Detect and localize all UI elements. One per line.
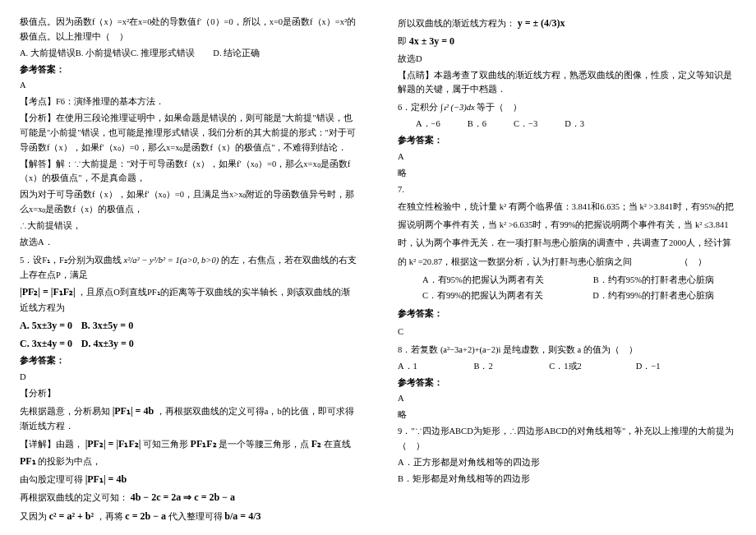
q6-options: A．−6 B．6 C．−3 D．3 bbox=[398, 117, 736, 131]
q8-options: A．1 B．2 C．1或2 D．−1 bbox=[398, 359, 736, 374]
q5-opt-d: D. 4x±3y = 0 bbox=[81, 338, 134, 349]
q4-solve-3: ∴大前提错误， bbox=[20, 219, 358, 233]
q5-opt-a: A. 5x±3y = 0 bbox=[20, 320, 72, 331]
q5-l3a: 由勾股定理可得 bbox=[20, 475, 83, 484]
q5-det-2: 是一个等腰三角形，点 bbox=[219, 440, 309, 449]
answer-label: 参考答案： bbox=[398, 376, 736, 390]
q9-opt-a: A．正方形都是对角线相等的四边形 bbox=[398, 455, 736, 470]
q5-l4f: 4b − 2c = 2a ⇒ c = 2b − a bbox=[131, 491, 235, 503]
q5-line4: 再根据双曲线的定义可知： 4b − 2c = 2a ⇒ c = 2b − a bbox=[20, 489, 358, 505]
q7-options-row1: A．有95%的把握认为两者有关 B．约有95%的打鼾者患心脏病 bbox=[422, 273, 736, 288]
q7-opt-c: C．有99%的把握认为两者有关 bbox=[422, 288, 543, 303]
col2-line3: 故选D bbox=[398, 52, 736, 67]
q5-det-1: 可知三角形 bbox=[143, 440, 188, 449]
q6-formula: ∫₁² (−3)dx bbox=[440, 103, 475, 112]
c2-l1: 所以双曲线的渐近线方程为： bbox=[398, 19, 515, 28]
q5-l5f3: b/a = 4/3 bbox=[224, 510, 260, 522]
q6-stem-a: 6．定积分 bbox=[398, 103, 438, 112]
q7-options-row2: C．有99%的把握认为两者有关 D．约有99%的打鼾者患心脏病 bbox=[422, 288, 736, 303]
c2-l1f: y = ± (4/3)x bbox=[518, 17, 565, 29]
q7-answer: C bbox=[398, 325, 736, 339]
q5-analysis-label: 【分析】 bbox=[20, 386, 358, 401]
q5-stem-2: |PF₂| = |F₁F₂| ，且原点O到直线PF₁的距离等于双曲线的实半轴长，… bbox=[20, 284, 358, 315]
q4-solve-1: 【解答】解：∵大前提是："对于可导函数f（x），如果f′（x₀）=0，那么x=x… bbox=[20, 157, 358, 187]
q9-stem: 9．"∵四边形ABCD为矩形，∴四边形ABCD的对角线相等"，补充以上推理的大前… bbox=[398, 424, 736, 454]
q5-l5f1: c² = a² + b² bbox=[49, 510, 94, 522]
q5-opt-c: C. 3x±4y = 0 bbox=[20, 338, 72, 349]
answer-label: 参考答案： bbox=[20, 353, 358, 368]
col2-explain: 【点睛】本题考查了双曲线的渐近线方程，熟悉双曲线的图像，性质，定义等知识是解题的… bbox=[398, 68, 736, 98]
q4-intro: 极值点。因为函数f（x）=x²在x=0处的导数值f′（0）=0，所以，x=0是函… bbox=[20, 15, 358, 44]
answer-label: 参考答案： bbox=[398, 133, 736, 148]
q6-stem-b: 等于（ ） bbox=[477, 103, 522, 112]
q5-l5c: 代入整理可得 bbox=[168, 512, 223, 521]
q8-stem: 8．若复数 (a²−3a+2)+(a−2)i 是纯虚数，则实数 a 的值为（ ） bbox=[398, 343, 736, 357]
c2-l2a: 即 bbox=[398, 37, 409, 46]
q5-formula-2: |PF₂| = |F₁F₂| bbox=[20, 286, 76, 297]
q5-det-f2: PF₁F₂ bbox=[191, 438, 217, 450]
q5-det-f4: PF₁ bbox=[20, 455, 36, 467]
q8-brief: 略 bbox=[398, 408, 736, 422]
q5-det-4: 的投影为中点， bbox=[38, 457, 101, 466]
q7-num: 7. bbox=[398, 182, 736, 197]
q5-analysis-1: 先根据题意，分析易知 |PF₁| = 4b ，再根据双曲线的定义可得a，b的比值… bbox=[20, 403, 358, 434]
q5-l3f: |PF₁| = 4b bbox=[85, 473, 127, 485]
q5-formula-1: x²/a² − y²/b² = 1(a>0, b>0) bbox=[124, 256, 219, 265]
q5-options-row1: A. 5x±3y = 0 B. 3x±5y = 0 bbox=[20, 317, 358, 334]
c2-l2f: 4x ± 3y = 0 bbox=[409, 35, 454, 47]
right-column: 所以双曲线的渐近线方程为： y = ± (4/3)x 即 4x ± 3y = 0… bbox=[378, 0, 756, 535]
q5-det-f3: F₂ bbox=[311, 438, 321, 450]
q8-answer: A bbox=[398, 391, 736, 406]
q4-solve-4: 故选A． bbox=[20, 235, 358, 250]
q5-l5a: 又因为 bbox=[20, 512, 47, 521]
q4-options: A. 大前提错误B. 小前提错误C. 推理形式错误 D. 结论正确 bbox=[20, 46, 358, 61]
q5-det-f1: |PF₂| = |F₁F₂| bbox=[85, 438, 141, 450]
q7-opt-b: B．约有95%的打鼾者患心脏病 bbox=[593, 273, 714, 288]
q5-stem: 5．设F₁，F₂分别为双曲线 x²/a² − y²/b² = 1(a>0, b>… bbox=[20, 253, 358, 283]
q6-brief: 略 bbox=[398, 166, 736, 181]
q4-answer: A bbox=[20, 78, 358, 93]
q6-answer: A bbox=[398, 150, 736, 164]
q5-line5: 又因为 c² = a² + b² ，再将 c = 2b − a 代入整理可得 b… bbox=[20, 508, 358, 524]
col2-line2: 即 4x ± 3y = 0 bbox=[398, 33, 736, 49]
answer-label: 参考答案： bbox=[20, 62, 358, 77]
q5-line3: 由勾股定理可得 |PF₁| = 4b bbox=[20, 471, 358, 487]
q5-detail-1: 【详解】由题， |PF₂| = |F₁F₂| 可知三角形 PF₁F₂ 是一个等腰… bbox=[20, 436, 358, 469]
col2-line1: 所以双曲线的渐近线方程为： y = ± (4/3)x bbox=[398, 15, 736, 31]
q7-stem: 在独立性检验中，统计量 k² 有两个临界值：3.841和6.635；当 k² >… bbox=[398, 198, 736, 270]
q9-opt-b: B．矩形都是对角线相等的四边形 bbox=[398, 472, 736, 487]
page: 极值点。因为函数f（x）=x²在x=0处的导数值f′（0）=0，所以，x=0是函… bbox=[0, 0, 756, 535]
q5-det-3: 在直线 bbox=[324, 440, 351, 449]
q5-det-label: 【详解】由题， bbox=[20, 440, 83, 449]
q5-l4: 再根据双曲线的定义可知： bbox=[20, 493, 128, 502]
q6-stem: 6．定积分 ∫₁² (−3)dx 等于（ ） bbox=[398, 100, 736, 115]
q5-stem-a: 5．设F₁，F₂分别为双曲线 bbox=[20, 256, 122, 265]
left-column: 极值点。因为函数f（x）=x²在x=0处的导数值f′（0）=0，所以，x=0是函… bbox=[0, 0, 378, 535]
q5-l5b: ，再将 bbox=[96, 512, 123, 521]
q5-answer: D bbox=[20, 370, 358, 385]
q4-analysis: 【分析】在使用三段论推理证明中，如果命题是错误的，则可能是"大前提"错误，也可能… bbox=[20, 111, 358, 155]
q5-opt-b: B. 3x±5y = 0 bbox=[81, 320, 133, 331]
q5-ana-1a: 先根据题意，分析易知 bbox=[20, 407, 110, 416]
q7-opt-d: D．约有99%的打鼾者患心脏病 bbox=[592, 288, 714, 303]
q5-options-row2: C. 3x±4y = 0 D. 4x±3y = 0 bbox=[20, 335, 358, 352]
q7-opt-a: A．有95%的把握认为两者有关 bbox=[422, 273, 544, 288]
answer-label: 参考答案： bbox=[398, 307, 736, 321]
q4-solve-2: 因为对于可导函数f（x），如果f′（x₀）=0，且满足当x>x₀附近的导函数值异… bbox=[20, 187, 358, 217]
q5-ana-f: |PF₁| = 4b bbox=[113, 405, 154, 417]
q4-exam-point: 【考点】F6：演绎推理的基本方法． bbox=[20, 95, 358, 109]
q5-l5f2: c = 2b − a bbox=[125, 510, 166, 522]
